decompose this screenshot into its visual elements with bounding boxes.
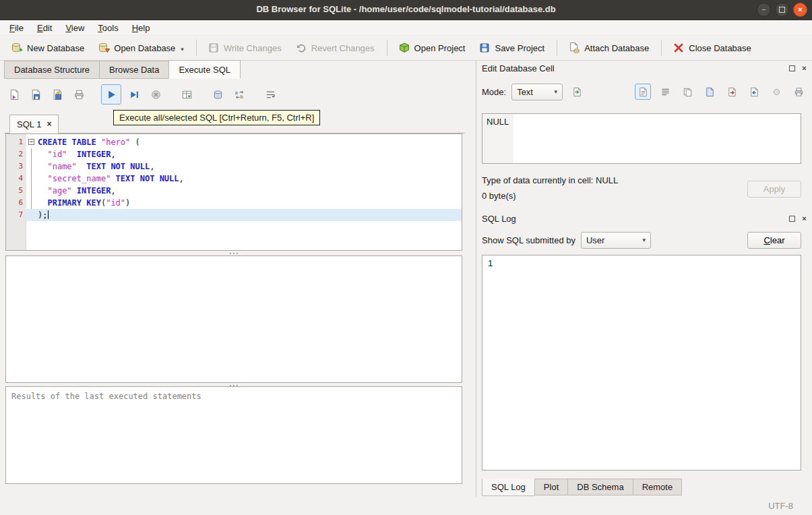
code-line-6[interactable]: 6 PRIMARY KEY("id") [6,197,462,209]
open-sql-file-button[interactable] [5,86,23,103]
filter-label: Show SQL submitted by [482,235,575,245]
execute-current-line-button[interactable] [125,86,143,103]
write-changes-button: Write Changes [204,39,286,57]
print-button[interactable] [70,86,88,103]
open-database-dropdown-icon[interactable]: ▾ [181,46,184,54]
menu-tools[interactable]: Tools [91,21,125,35]
close-tab-icon[interactable]: × [46,119,51,129]
import-data-button[interactable] [569,84,585,100]
cell-type-info: Type of data currently in cell: NULL [482,175,618,185]
tooltip: Execute all/selected SQL [Ctrl+Return, F… [113,110,320,125]
edit-cell-title: Edit Database Cell [482,63,784,73]
code-line-3[interactable]: 3 "name" TEXT NOT NULL, [6,160,462,173]
sql-log-area[interactable]: 1 [482,255,801,471]
close-button[interactable]: × [793,3,807,17]
sql-log-header: SQL Log × [482,212,808,224]
dock-tab-plot[interactable]: Plot [534,479,568,495]
save-project-button[interactable]: Save Project [474,39,549,57]
results-grid[interactable] [5,255,462,383]
edit-cell-toolbar: Mode: Text▾ [482,82,807,101]
cell-size-info: 0 byte(s) [482,191,516,201]
open-database-button[interactable]: Open Database ▾ [94,39,188,57]
window-controls: − × [757,3,807,17]
minimize-button[interactable]: − [757,3,771,17]
results-placeholder: Results of the last executed statements [6,387,462,406]
new-database-icon [11,42,23,54]
dock-tab-remote[interactable]: Remote [633,479,683,495]
menu-view[interactable]: View [59,21,91,35]
attach-database-button[interactable]: Attach Database [564,39,653,57]
find-replace-button[interactable]: ab [230,86,248,103]
toolbar-separator [387,40,387,56]
main-toolbar: New Database Open Database ▾ Write Chang… [0,36,812,61]
revert-changes-button: Revert Changes [291,39,379,57]
main-tab-bar: Database Structure Browse Data Execute S… [4,62,475,79]
code-lines: 1−CREATE TABLE "hero" (2 "id" INTEGER,3 … [6,134,462,221]
app-window: DB Browser for SQLite - /home/user/code/… [0,0,812,515]
set-null-button [768,84,784,100]
copy-cell-button[interactable] [679,84,695,100]
new-database-button[interactable]: New Database [7,39,88,57]
code-line-2[interactable]: 2 "id" INTEGER, [6,148,462,160]
menu-help[interactable]: Help [125,21,157,35]
log-line-number: 1 [488,258,493,268]
tab-database-structure[interactable]: Database Structure [4,61,100,79]
open-project-icon [398,42,410,54]
open-project-button[interactable]: Open Project [394,39,470,57]
close-panel-icon[interactable]: × [801,65,808,72]
text-mode-button[interactable] [635,84,651,100]
save-cell-button[interactable] [701,84,718,100]
tab-execute-sql[interactable]: Execute SQL [168,60,241,79]
save-sql-file-button[interactable] [27,86,44,103]
code-line-1[interactable]: 1−CREATE TABLE "hero" ( [6,136,462,148]
close-panel-icon[interactable]: × [801,215,808,222]
database-tools-button[interactable] [209,86,226,103]
revert-changes-icon [295,42,307,54]
float-panel-icon[interactable] [788,65,796,72]
apply-button[interactable]: Apply [747,181,801,198]
save-sql-as-button[interactable] [49,86,66,103]
toolbar-separator [557,40,557,56]
execute-all-button[interactable] [101,84,121,104]
splitter-handle[interactable] [5,251,462,255]
sql-code-editor[interactable]: 1−CREATE TABLE "hero" (2 "id" INTEGER,3 … [5,133,462,251]
sql-log-title: SQL Log [482,214,784,224]
fold-marker-icon[interactable]: − [28,139,34,145]
word-wrap-button[interactable] [261,86,279,103]
toolbar-separator [661,40,662,56]
stop-button [147,86,164,103]
dock-tab-sql-log[interactable]: SQL Log [482,479,535,496]
code-line-5[interactable]: 5 "age" INTEGER, [6,185,462,197]
menu-edit[interactable]: Edit [30,21,59,35]
sql-editor-toolbar: ab [5,84,283,104]
results-log[interactable]: Results of the last executed statements [5,386,462,484]
edit-cell-header: Edit Database Cell × [482,62,808,74]
sql-tab-label: SQL 1 [17,119,41,129]
maximize-button[interactable] [775,3,789,17]
float-panel-icon[interactable] [788,215,796,222]
close-database-button[interactable]: Close Database [668,39,755,57]
encoding-indicator: UTF-8 [768,501,793,511]
svg-text:b: b [240,94,243,100]
submitter-select[interactable]: User▾ [581,232,651,249]
cell-editor[interactable]: NULL [482,113,801,164]
tab-browse-data[interactable]: Browse Data [99,61,169,79]
titlebar[interactable]: DB Browser for SQLite - /home/user/code/… [0,0,812,20]
mode-label: Mode: [482,87,506,97]
print-cell-button[interactable] [790,84,807,100]
code-line-7[interactable]: 7); [6,209,462,221]
statusbar: UTF-8 [0,497,812,515]
clear-log-button[interactable]: Clear [747,232,801,249]
attach-database-icon [568,42,580,54]
svg-text:a: a [235,90,238,96]
sql-tab-1[interactable]: SQL 1 × [9,115,59,133]
import-cell-button[interactable] [746,84,762,100]
export-results-button[interactable] [178,86,195,103]
export-cell-button[interactable] [724,84,740,100]
menu-file[interactable]: File [3,21,30,35]
word-wrap-cell-button[interactable] [657,84,673,100]
dock-tab-bar: SQL Log Plot DB Schema Remote [482,479,681,496]
code-line-4[interactable]: 4 "secret_name" TEXT NOT NULL, [6,173,462,185]
dock-tab-db-schema[interactable]: DB Schema [567,479,633,495]
mode-select[interactable]: Text▾ [511,84,563,100]
